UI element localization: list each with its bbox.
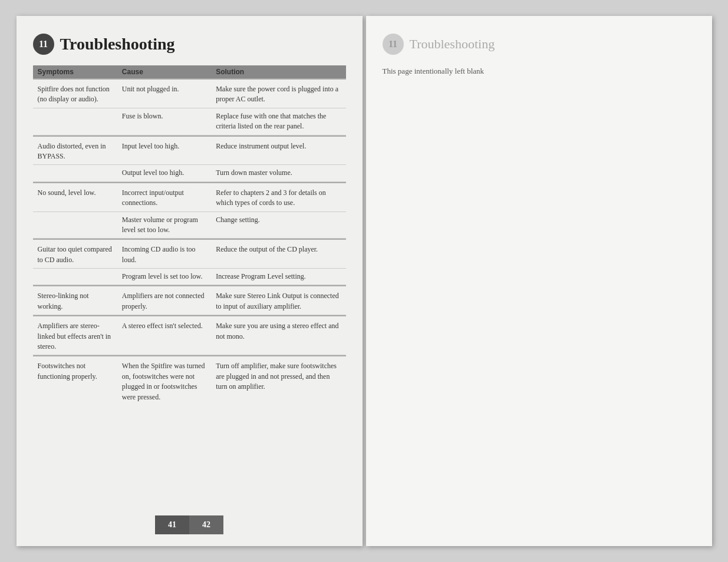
right-page: 11 Troubleshooting This page intentional…	[366, 16, 712, 546]
left-page: 11 Troubleshooting Symptoms Cause Soluti…	[17, 16, 363, 546]
cause-cell: Incoming CD audio is too loud.	[117, 239, 211, 269]
cause-cell: Fuse is blown.	[117, 108, 211, 135]
symptoms-header: Symptoms	[33, 65, 117, 78]
solution-cell: Make sure the power cord is plugged into…	[211, 78, 345, 108]
table-row: Amplifiers are stereo-linked but effects…	[33, 315, 346, 355]
cause-cell: Unit not plugged in.	[117, 78, 211, 108]
cause-header: Cause	[117, 65, 211, 78]
table-row: Master volume or program level set too l…	[33, 212, 346, 239]
table-row: No sound, level low.Incorrect input/outp…	[33, 182, 346, 212]
symptom-cell: Guitar too quiet compared to CD audio.	[33, 239, 117, 269]
table-row: Audio distorted, even in BYPASS.Input le…	[33, 135, 346, 166]
solution-cell: Reduce the output of the CD player.	[211, 239, 345, 269]
left-chapter-title: Troubleshooting	[60, 35, 175, 54]
book-spread: 11 Troubleshooting Symptoms Cause Soluti…	[17, 16, 712, 546]
cause-cell: Amplifiers are not connected properly.	[117, 285, 211, 315]
table-row: Fuse is blown.Replace fuse with one that…	[33, 108, 346, 135]
right-chapter-number-badge: 11	[383, 34, 404, 55]
table-row: Stereo-linking not working.Amplifiers ar…	[33, 285, 346, 315]
table-header-row: Symptoms Cause Solution	[33, 65, 346, 78]
table-row: Guitar too quiet compared to CD audio.In…	[33, 239, 346, 269]
right-page-number: 42	[189, 515, 223, 534]
right-chapter-title: Troubleshooting	[410, 37, 495, 52]
left-chapter-header: 11 Troubleshooting	[33, 34, 346, 55]
cause-cell: Incorrect input/output connections.	[117, 182, 211, 212]
solution-header: Solution	[211, 65, 345, 78]
page-numbers-block: 41 42	[155, 515, 223, 534]
troubleshooting-table: Symptoms Cause Solution Spitfire does no…	[33, 65, 346, 405]
cause-cell: Master volume or program level set too l…	[117, 212, 211, 239]
right-chapter-header: 11 Troubleshooting	[383, 34, 696, 55]
symptom-cell	[33, 269, 117, 285]
symptom-cell	[33, 108, 117, 135]
solution-cell: Increase Program Level setting.	[211, 269, 345, 285]
symptom-cell: No sound, level low.	[33, 182, 117, 212]
solution-cell: Make sure you are using a stereo effect …	[211, 315, 345, 355]
symptom-cell: Stereo-linking not working.	[33, 285, 117, 315]
symptom-cell: Audio distorted, even in BYPASS.	[33, 135, 117, 166]
solution-cell: Change setting.	[211, 212, 345, 239]
symptom-cell: Spitfire does not function (no display o…	[33, 78, 117, 108]
table-row: Program level is set too low.Increase Pr…	[33, 269, 346, 285]
solution-cell: Refer to chapters 2 and 3 for details on…	[211, 182, 345, 212]
blank-page-notice: This page intentionally left blank	[383, 67, 696, 76]
cause-cell: Program level is set too low.	[117, 269, 211, 285]
cause-cell: When the Spitfire was turned on, footswi…	[117, 355, 211, 405]
symptom-cell: Amplifiers are stereo-linked but effects…	[33, 315, 117, 355]
solution-cell: Replace fuse with one that matches the c…	[211, 108, 345, 135]
table-row: Spitfire does not function (no display o…	[33, 78, 346, 108]
chapter-number-badge: 11	[33, 34, 54, 55]
symptom-cell: Footswitches not functioning properly.	[33, 355, 117, 405]
symptom-cell	[33, 212, 117, 239]
cause-cell: Input level too high.	[117, 135, 211, 166]
cause-cell: A stereo effect isn't selected.	[117, 315, 211, 355]
solution-cell: Reduce instrument output level.	[211, 135, 345, 166]
left-page-number: 41	[155, 515, 189, 534]
table-row: Output level too high.Turn down master v…	[33, 165, 346, 181]
solution-cell: Turn off amplifier, make sure footswitch…	[211, 355, 345, 405]
solution-cell: Make sure Stereo Link Output is connecte…	[211, 285, 345, 315]
cause-cell: Output level too high.	[117, 165, 211, 181]
left-page-footer: 41 42	[33, 515, 346, 534]
symptom-cell	[33, 165, 117, 181]
solution-cell: Turn down master volume.	[211, 165, 345, 181]
table-row: Footswitches not functioning properly.Wh…	[33, 355, 346, 405]
